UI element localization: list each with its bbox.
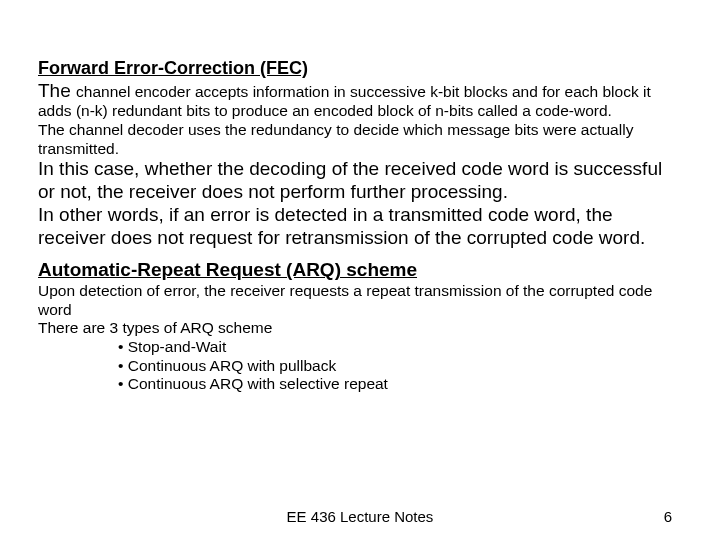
footer-title: EE 436 Lecture Notes	[287, 508, 434, 525]
heading-arq: Automatic-Repeat Request (ARQ) scheme	[38, 259, 682, 282]
paragraph-processing: In this case, whether the decoding of th…	[38, 158, 682, 204]
page-number: 6	[664, 508, 672, 525]
paragraph-decoder: The channel decoder uses the redundancy …	[38, 121, 682, 158]
heading-fec: Forward Error-Correction (FEC)	[38, 58, 682, 80]
bullet-selective-repeat: • Continuous ARQ with selective repeat	[118, 375, 682, 394]
paragraph-noretrans: In other words, if an error is detected …	[38, 204, 682, 250]
paragraph-arq-types: There are 3 types of ARQ scheme	[38, 319, 682, 338]
bullet-list: • Stop-and-Wait • Continuous ARQ with pu…	[38, 338, 682, 394]
paragraph-encoder: The channel encoder accepts information …	[38, 80, 682, 121]
lead-word: The	[38, 80, 76, 101]
bullet-stop-and-wait: • Stop-and-Wait	[118, 338, 682, 357]
slide-content: Forward Error-Correction (FEC) The chann…	[0, 0, 720, 394]
bullet-pullback: • Continuous ARQ with pullback	[118, 357, 682, 376]
paragraph-arq-detect: Upon detection of error, the receiver re…	[38, 282, 682, 319]
encoder-text: channel encoder accepts information in s…	[38, 83, 651, 120]
